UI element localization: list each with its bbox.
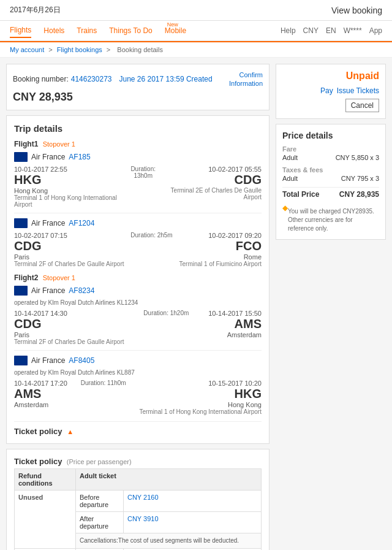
nav-app[interactable]: App <box>369 26 382 35</box>
total-label: Total Price <box>282 190 319 199</box>
right-panel: Unpaid Pay Issue Tickets Cancel Price de… <box>276 64 386 550</box>
route-from-1: 10-01-2017 22:55 HKG Hong Kong Terminal … <box>14 166 123 208</box>
policy-table: Refund conditions Adult ticket Unused Be… <box>14 468 262 550</box>
duration-3: Duration: 1h20m <box>143 310 189 316</box>
price-note: You will be charged CNY28935. Other curr… <box>288 207 379 233</box>
airline-name-1: Air France <box>31 153 65 161</box>
nav-currency[interactable]: CNY <box>303 26 318 35</box>
route-from-3: 10-14-2017 14:30 CDG Paris Terminal 2F o… <box>14 310 124 345</box>
route-from-4: 10-14-2017 17:20 AMS Amsterdam <box>14 380 67 408</box>
policy-subtitle: (Price per passenger) <box>67 458 132 465</box>
arrive-time-2: 10-02-2017 09:20 <box>179 232 262 239</box>
depart-time-2: 10-02-2017 07:15 <box>14 232 124 239</box>
taxes-adult-label: Adult <box>282 175 298 182</box>
ticket-policy-section: Ticket policy (Price per passenger) Refu… <box>6 449 270 550</box>
airfrance-logo-2 <box>14 218 28 228</box>
from-code-2: CDG <box>14 239 124 253</box>
to-code-2: FCO <box>179 239 262 253</box>
arrive-time-1: 10-02-2017 05:55 <box>164 166 262 173</box>
taxes-section: Taxes & fees Adult CNY 795 x 3 <box>282 166 379 183</box>
booking-number: 4146230273 <box>71 75 112 83</box>
cancel-button[interactable]: Cancel <box>345 99 379 112</box>
from-terminal-2: Terminal 2F of Charles De Gaulle Airport <box>14 261 124 267</box>
to-terminal-2: Terminal 1 of Fiumicino Airport <box>179 261 262 267</box>
diamond-icon: ◆ <box>282 204 288 212</box>
to-terminal-1: Terminal 2E of Charles De Gaulle Airport <box>164 187 262 201</box>
pay-button[interactable]: Pay <box>320 86 333 95</box>
fare-amount: CNY 5,850 x 3 <box>336 154 379 161</box>
nav-things-to-do[interactable]: Things To Do <box>109 24 152 37</box>
unused-note: Cancellations:The cost of used segments … <box>76 533 262 548</box>
depart-time-3: 10-14-2017 14:30 <box>14 310 124 317</box>
from-terminal-1: Terminal 1 of Hong Kong International Ai… <box>14 194 123 208</box>
airline-row-3: Air France AF8234 <box>14 286 262 296</box>
booking-number-label: Booking number: <box>13 75 69 83</box>
airline-name-3: Air France <box>31 286 65 295</box>
col-conditions: Refund conditions <box>15 468 76 490</box>
breadcrumb: My account > Flight bookings > Booking d… <box>0 42 392 58</box>
flight2-seg1: Air France AF8234 operated by Klm Royal … <box>14 286 262 345</box>
nav-language[interactable]: EN <box>326 26 336 35</box>
nav-trains[interactable]: Trains <box>77 24 97 37</box>
flight1-seg1: Air France AF185 10-01-2017 22:55 HKG Ho… <box>14 152 262 208</box>
route-3: 10-14-2017 14:30 CDG Paris Terminal 2F o… <box>14 310 262 345</box>
nav-hotels[interactable]: Hotels <box>43 24 64 37</box>
operated-by-1: operated by Klm Royal Dutch Airlines KL1… <box>14 299 262 306</box>
depart-time-4: 10-14-2017 17:20 <box>14 380 67 387</box>
policy-title: Ticket policy <box>14 457 62 466</box>
ticket-policy-toggle-area: Ticket policy ▲ <box>14 421 262 436</box>
from-code-1: HKG <box>14 173 123 187</box>
from-city-4: Amsterdam <box>14 401 67 408</box>
airline-code-1: AF185 <box>69 153 90 161</box>
flight2-header: Flight2 Stopover 1 <box>14 273 262 282</box>
divider-2 <box>14 350 262 351</box>
airline-name-4: Air France <box>31 356 65 365</box>
new-badge: New <box>167 21 178 28</box>
price-details-title: Price details <box>282 131 379 140</box>
date-text: 2017年6月26日 <box>10 6 61 14</box>
unused-before-row: Unused Before departure CNY 2160 <box>15 490 262 511</box>
route-from-2: 10-02-2017 07:15 CDG Paris Terminal 2F o… <box>14 232 124 267</box>
taxes-adult-row: Adult CNY 795 x 3 <box>282 174 379 183</box>
header-date: 2017年6月26日 <box>10 5 61 15</box>
status-card: Unpaid Pay Issue Tickets Cancel <box>276 64 386 119</box>
confirm-info-link[interactable]: Confirm Information <box>229 71 263 88</box>
airline-row-4: Air France AF8405 <box>14 356 262 365</box>
duration-1: Duration: 13h0m <box>123 166 164 179</box>
ticket-policy-toggle[interactable]: Ticket policy ▲ <box>14 427 74 436</box>
flight-2: Flight2 Stopover 1 Air France AF8234 ope… <box>14 273 262 415</box>
airfrance-logo-4 <box>14 356 28 365</box>
breadcrumb-account[interactable]: My account <box>10 46 44 53</box>
airfrance-logo-3 <box>14 286 28 296</box>
trip-details-card: Trip details Flight1 Stopover 1 Air Fran… <box>6 115 270 444</box>
nav-user[interactable]: W**** <box>344 26 362 35</box>
to-code-3: AMS <box>208 317 262 331</box>
flight1-seg2: Air France AF1204 10-02-2017 07:15 CDG P… <box>14 218 262 267</box>
airline-name-2: Air France <box>31 219 65 227</box>
unused-before-label: Before departure <box>76 490 124 511</box>
header-title: View booking <box>331 6 382 15</box>
fare-adult-row: Adult CNY 5,850 x 3 <box>282 153 379 162</box>
airfrance-logo-1 <box>14 152 28 162</box>
to-city-3: Amsterdam <box>208 331 262 338</box>
to-code-1: CDG <box>164 173 262 187</box>
nav-help[interactable]: Help <box>281 26 296 35</box>
unused-before-value: CNY 2160 <box>123 490 261 511</box>
breadcrumb-bookings[interactable]: Flight bookings <box>57 46 102 53</box>
to-city-2: Rome <box>179 253 262 261</box>
depart-time-1: 10-01-2017 22:55 <box>14 166 123 173</box>
nav-flights[interactable]: Flights <box>10 23 31 38</box>
total-price-row: Total Price CNY 28,935 <box>282 187 379 201</box>
booking-info-card: Booking number: 4146230273 June 26 2017 … <box>6 64 270 110</box>
duration-2: Duration: 2h5m <box>130 232 172 239</box>
issue-button[interactable]: Issue Tickets <box>337 86 379 95</box>
page-header: 2017年6月26日 View booking <box>0 0 392 21</box>
flight2-seg2: Air France AF8405 operated by Klm Royal … <box>14 356 262 415</box>
arrive-time-4: 10-15-2017 10:20 <box>139 380 262 387</box>
main-nav: Flights Hotels Trains Things To Do New M… <box>0 21 392 41</box>
route-4: 10-14-2017 17:20 AMS Amsterdam Duration:… <box>14 380 262 415</box>
main-content: Booking number: 4146230273 June 26 2017 … <box>0 58 392 550</box>
total-amount: CNY 28,935 <box>339 190 379 199</box>
breadcrumb-current: Booking details <box>117 46 163 53</box>
status-buttons: Pay Issue Tickets <box>282 86 379 95</box>
